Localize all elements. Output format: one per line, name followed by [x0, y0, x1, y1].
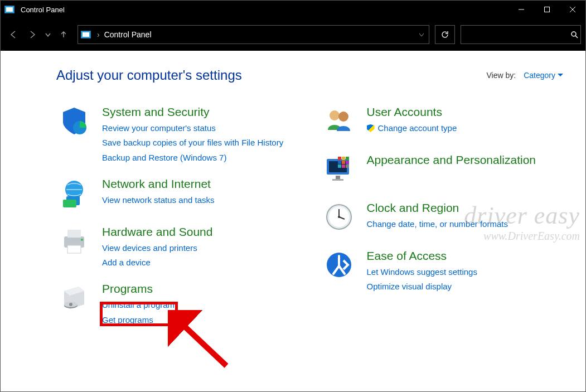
svg-rect-28 [346, 161, 349, 164]
breadcrumb-separator: › [94, 30, 103, 39]
cat-link[interactable]: Review your computer's status [102, 121, 299, 135]
window-title: Control Panel [18, 6, 508, 14]
view-by-dropdown[interactable]: Category [524, 71, 563, 80]
cat-link[interactable]: Change account type [367, 121, 564, 135]
back-button[interactable] [5, 26, 22, 43]
svg-point-16 [69, 303, 72, 306]
svg-rect-22 [332, 179, 343, 181]
cat-link[interactable]: Save backup copies of your files with Fi… [102, 135, 299, 150]
cat-system-security: System and Security Review your computer… [56, 105, 299, 165]
shield-icon [56, 105, 92, 141]
view-by: View by: Category [487, 71, 563, 80]
history-dropdown[interactable] [43, 26, 53, 43]
monitor-icon [321, 153, 357, 189]
svg-rect-31 [346, 164, 349, 168]
programs-icon [56, 282, 92, 318]
cat-title[interactable]: Programs [102, 282, 299, 296]
ease-of-access-icon [321, 249, 357, 285]
clock-icon [321, 201, 357, 237]
refresh-button[interactable] [435, 25, 455, 44]
svg-rect-1 [545, 7, 550, 12]
cat-link[interactable]: Optimize visual display [367, 279, 564, 294]
maximize-button[interactable] [534, 1, 560, 18]
search-icon[interactable] [568, 31, 580, 38]
cat-ease-of-access: Ease of Access Let Windows suggest setti… [321, 249, 564, 294]
svg-point-17 [330, 110, 340, 120]
svg-rect-25 [346, 157, 349, 160]
svg-point-18 [338, 112, 348, 122]
right-column: User Accounts Change account type [321, 105, 564, 327]
view-by-value: Category [524, 71, 555, 80]
cat-title[interactable]: System and Security [102, 105, 299, 119]
cat-network-internet: Network and Internet View network status… [56, 177, 299, 213]
svg-rect-30 [342, 164, 345, 168]
address-bar[interactable]: › Control Panel [78, 25, 429, 44]
cat-hardware-sound: Hardware and Sound View devices and prin… [56, 225, 299, 270]
cat-user-accounts: User Accounts Change account type [321, 105, 564, 141]
page-title: Adjust your computer's settings [56, 67, 487, 83]
cat-title[interactable]: User Accounts [367, 105, 564, 119]
users-icon [321, 105, 357, 141]
globe-icon [56, 177, 92, 213]
header-row: Adjust your computer's settings View by:… [56, 67, 563, 83]
cat-link[interactable]: Backup and Restore (Windows 7) [102, 151, 299, 165]
breadcrumb[interactable]: Control Panel [103, 30, 153, 39]
control-panel-icon [78, 31, 94, 38]
cat-clock-region: Clock and Region Change date, time, or n… [321, 201, 564, 237]
up-button[interactable] [55, 26, 72, 43]
categories: System and Security Review your computer… [56, 105, 563, 327]
minimize-button[interactable] [508, 1, 534, 18]
svg-rect-29 [338, 164, 341, 168]
svg-rect-24 [342, 157, 345, 160]
svg-rect-12 [67, 245, 81, 253]
svg-rect-23 [338, 157, 341, 160]
search-input[interactable] [461, 30, 568, 39]
navbar: › Control Panel [1, 18, 585, 51]
svg-line-5 [575, 36, 578, 38]
cat-link[interactable]: Get programs [102, 313, 299, 327]
cat-title[interactable]: Hardware and Sound [102, 225, 299, 239]
cat-link[interactable]: Change date, time, or number formats [367, 217, 564, 231]
svg-rect-27 [342, 161, 345, 164]
window: Control Panel › Control Panel [0, 0, 586, 392]
app-icon [1, 6, 18, 13]
forward-button[interactable] [24, 26, 41, 43]
left-column: System and Security Review your computer… [56, 105, 299, 327]
cat-link[interactable]: View devices and printers [102, 241, 299, 255]
cat-title[interactable]: Network and Internet [102, 177, 299, 191]
close-button[interactable] [560, 1, 585, 18]
view-by-label: View by: [487, 71, 516, 80]
svg-rect-21 [336, 176, 340, 179]
cat-link[interactable]: Uninstall a program [102, 298, 299, 312]
svg-point-13 [81, 239, 83, 241]
svg-point-4 [572, 32, 576, 36]
content: Adjust your computer's settings View by:… [1, 51, 585, 391]
cat-title[interactable]: Clock and Region [367, 201, 564, 215]
cat-title[interactable]: Appearance and Personalization [367, 153, 564, 167]
svg-rect-9 [63, 200, 76, 207]
svg-rect-26 [338, 161, 341, 164]
search-box[interactable] [461, 25, 581, 44]
svg-point-36 [338, 216, 340, 218]
cat-title[interactable]: Ease of Access [367, 249, 564, 263]
svg-rect-11 [67, 230, 81, 238]
titlebar: Control Panel [1, 1, 585, 18]
address-dropdown[interactable] [414, 31, 429, 38]
cat-link[interactable]: Let Windows suggest settings [367, 265, 564, 279]
printer-icon [56, 225, 92, 261]
cat-appearance: Appearance and Personalization [321, 153, 564, 189]
cat-programs: Programs Uninstall a program Get program… [56, 282, 299, 327]
cat-link[interactable]: View network status and tasks [102, 193, 299, 207]
cat-link[interactable]: Add a device [102, 255, 299, 270]
